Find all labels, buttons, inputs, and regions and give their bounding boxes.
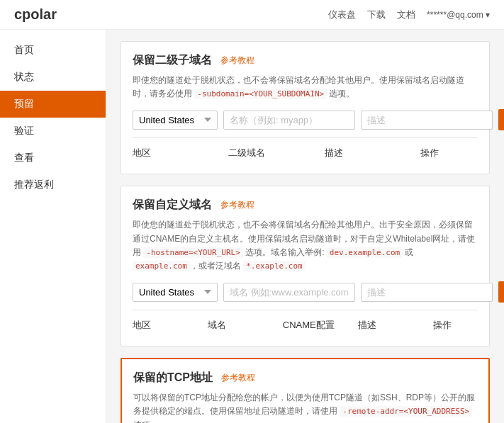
custom-domain-col-action: 操作 <box>433 316 478 334</box>
sidebar-item-status[interactable]: 状态 <box>0 64 106 91</box>
tcp-code: -remote-addr=<YOUR_ADDRESS> <box>340 406 472 417</box>
custom-domain-region-select[interactable]: United States <box>133 283 218 302</box>
tcp-section: 保留的TCP地址 参考教程 可以将保留的TCP地址分配给您的帐户，以便为使用TC… <box>121 358 490 423</box>
custom-domain-ref-link[interactable]: 参考教程 <box>220 199 254 211</box>
custom-domain-col-cname: CNAME配置 <box>283 316 358 334</box>
subdomain-section: 保留二级子域名 参考教程 即使您的隧道处于脱机状态，也不会将保留域名分配给其他用… <box>121 41 490 174</box>
subdomain-col-desc: 描述 <box>325 144 420 162</box>
sidebar-item-auth[interactable]: 验证 <box>0 118 106 145</box>
logo: cpolar <box>14 6 57 23</box>
custom-domain-form-row: United States 保留 <box>133 281 478 303</box>
top-nav-right: 仪表盘 下载 文档 ******@qq.com ▾ <box>328 9 490 21</box>
tcp-title: 保留的TCP地址 <box>133 371 213 385</box>
subdomain-table-header: 地区 二级域名 描述 操作 <box>133 137 478 162</box>
custom-domain-col-domain: 域名 <box>208 316 283 334</box>
custom-domain-header: 保留自定义域名 参考教程 <box>133 198 478 213</box>
top-nav: cpolar 仪表盘 下载 文档 ******@qq.com ▾ <box>0 0 504 30</box>
tcp-desc: 可以将保留的TCP地址分配给您的帐户，以便为使用TCP隧道（如SSH、RDP等）… <box>133 391 477 423</box>
custom-domain-section: 保留自定义域名 参考教程 即使您的隧道处于脱机状态，也不会将保留域名分配给其他用… <box>121 186 490 346</box>
subdomain-desc-input[interactable] <box>361 111 493 130</box>
custom-domain-col-desc: 描述 <box>358 316 433 334</box>
custom-domain-code2: dev.example.com <box>327 247 403 258</box>
subdomain-col-domain: 二级域名 <box>228 144 324 162</box>
custom-domain-code3: example.com <box>133 261 190 271</box>
subdomain-desc: 即使您的隧道处于脱机状态，也不会将保留域名分配给其他用户。使用保留域名启动隧道时… <box>133 74 478 101</box>
sidebar-item-referral[interactable]: 推荐返利 <box>0 171 106 198</box>
nav-dashboard[interactable]: 仪表盘 <box>328 9 356 21</box>
custom-domain-desc: 即使您的隧道处于脱机状态，也不会将保留域名分配给其他用户。出于安全原因，必须保留… <box>133 218 478 273</box>
subdomain-col-action: 操作 <box>420 144 478 162</box>
main-layout: 首页 状态 预留 验证 查看 推荐返利 保留二级子域名 参考教程 即使您的隧道处… <box>0 30 504 423</box>
custom-domain-input[interactable] <box>223 283 355 302</box>
sidebar-item-home[interactable]: 首页 <box>0 37 106 64</box>
tcp-ref-link[interactable]: 参考教程 <box>221 372 255 384</box>
custom-domain-col-region: 地区 <box>133 316 208 334</box>
nav-download[interactable]: 下载 <box>367 9 386 21</box>
custom-domain-code1: -hostname=<YOUR_URL> <box>143 247 242 258</box>
subdomain-title: 保留二级子域名 <box>133 53 212 68</box>
tcp-header: 保留的TCP地址 参考教程 <box>133 371 477 385</box>
sidebar-item-reserve[interactable]: 预留 <box>0 91 106 118</box>
subdomain-col-region: 地区 <box>133 144 228 162</box>
nav-docs[interactable]: 文档 <box>397 9 415 21</box>
user-menu[interactable]: ******@qq.com ▾ <box>427 10 490 20</box>
subdomain-form-row: United States 保留 <box>133 109 478 130</box>
custom-domain-desc-input[interactable] <box>361 283 493 302</box>
subdomain-save-button[interactable]: 保留 <box>498 109 504 130</box>
subdomain-header: 保留二级子域名 参考教程 <box>133 53 478 68</box>
custom-domain-code4: *.exaple.com <box>243 261 305 271</box>
content-area: 保留二级子域名 参考教程 即使您的隧道处于脱机状态，也不会将保留域名分配给其他用… <box>106 30 504 423</box>
subdomain-region-select[interactable]: United States <box>133 111 218 130</box>
custom-domain-table-header: 地区 域名 CNAME配置 描述 操作 <box>133 310 478 334</box>
subdomain-code: -subdomain=<YOUR_SUBDOMAIN> <box>194 89 327 99</box>
custom-domain-save-button[interactable]: 保留 <box>498 281 504 303</box>
subdomain-name-input[interactable] <box>223 111 355 130</box>
subdomain-ref-link[interactable]: 参考教程 <box>220 55 254 67</box>
sidebar-item-query[interactable]: 查看 <box>0 145 106 171</box>
sidebar: 首页 状态 预留 验证 查看 推荐返利 <box>0 30 106 423</box>
app-container: cpolar 仪表盘 下载 文档 ******@qq.com ▾ 首页 状态 预… <box>0 0 504 423</box>
custom-domain-title: 保留自定义域名 <box>133 198 212 213</box>
